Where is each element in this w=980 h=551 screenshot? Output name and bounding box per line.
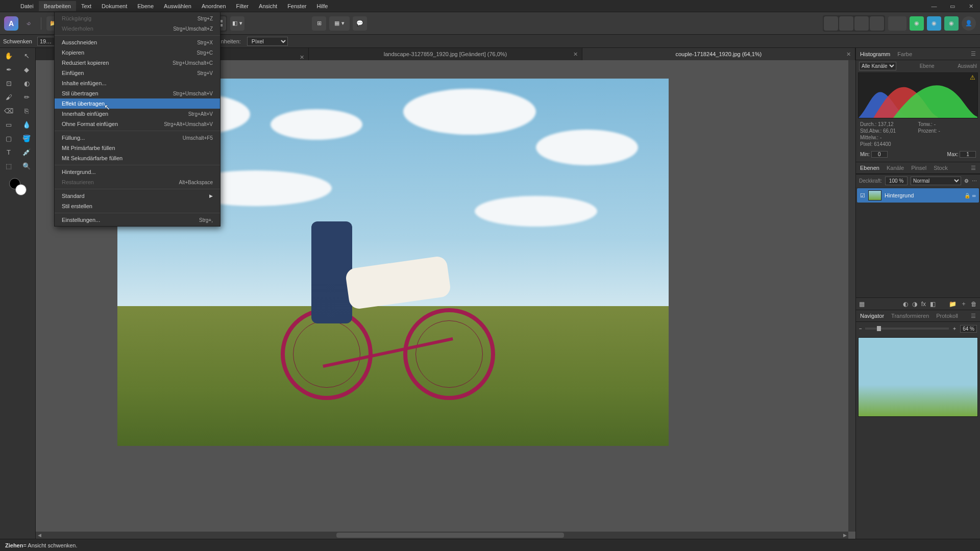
folder-icon[interactable]: 📁: [949, 300, 957, 308]
zoom-in-icon[interactable]: ＋: [952, 325, 957, 332]
close-button[interactable]: ✕: [962, 0, 980, 12]
menu-ebene[interactable]: Ebene: [132, 1, 159, 11]
text-icon[interactable]: T: [0, 145, 17, 159]
menu-item[interactable]: Effekt übertragen: [55, 98, 220, 109]
gradient-icon[interactable]: ◐: [18, 77, 35, 90]
crop-icon[interactable]: ⊡: [0, 77, 17, 90]
tab-transform[interactable]: Transformieren: [891, 313, 929, 319]
fx-icon[interactable]: fx: [921, 300, 926, 308]
visibility-icon[interactable]: ☑: [860, 192, 865, 199]
menu-item[interactable]: Stil übertragenStrg+Umschalt+V: [55, 88, 220, 98]
layer-view-icon[interactable]: ▦: [859, 300, 865, 308]
navigator-thumbnail[interactable]: [858, 337, 978, 417]
menu-anordnen[interactable]: Anordnen: [197, 1, 231, 11]
panel-menu-icon[interactable]: ☰: [971, 165, 976, 171]
menu-text[interactable]: Text: [76, 1, 96, 11]
menu-item[interactable]: KopierenStrg+C: [55, 47, 220, 58]
persona-liquify-icon[interactable]: ꩜: [21, 16, 36, 31]
tab-brushes[interactable]: Pinsel: [911, 165, 926, 171]
menu-item[interactable]: Ohne Format einfügenStrg+Alt+Umschalt+V: [55, 119, 220, 129]
tab-color[interactable]: Farbe: [897, 51, 912, 57]
pen-icon[interactable]: ✒: [0, 63, 17, 76]
tb-globe3-icon[interactable]: ◉: [944, 16, 959, 31]
menu-item[interactable]: Stil erstellen: [55, 201, 220, 211]
tb-dark3[interactable]: [854, 16, 869, 31]
opacity-input[interactable]: [885, 177, 908, 185]
tb-globe2-icon[interactable]: ◉: [927, 16, 941, 31]
warning-icon[interactable]: ⚠: [970, 74, 975, 81]
tb-dark4[interactable]: [870, 16, 884, 31]
mode-ebene[interactable]: Ebene: [920, 63, 935, 69]
tab-layers[interactable]: Ebenen: [860, 165, 879, 171]
document-tab[interactable]: landscape-3127859_1920.jpg [Geändert] (7…: [309, 48, 582, 60]
mask-icon[interactable]: ◐: [903, 300, 908, 308]
move-icon[interactable]: ↖: [18, 49, 35, 62]
tb-globe1-icon[interactable]: ◉: [910, 16, 924, 31]
units-select[interactable]: Pixel: [247, 37, 288, 46]
zoom-input[interactable]: [37, 37, 55, 46]
eraser-icon[interactable]: ⌫: [0, 104, 17, 117]
menu-item[interactable]: Einstellungen...Strg+,: [55, 215, 220, 225]
zoom-out-icon[interactable]: −: [859, 326, 862, 332]
mode-auswahl[interactable]: Auswahl: [958, 63, 977, 69]
bucket-icon[interactable]: 🪣: [18, 132, 35, 145]
layer-settings-icon[interactable]: ⚙: [964, 178, 969, 184]
shape-icon[interactable]: ▢: [0, 132, 17, 145]
lock-icon[interactable]: 🔒: [964, 193, 970, 198]
menu-item[interactable]: AusschneidenStrg+X: [55, 37, 220, 47]
panel-menu-icon[interactable]: ☰: [971, 313, 976, 319]
tb-comment-icon[interactable]: 💬: [353, 16, 367, 31]
color-swatches[interactable]: [0, 173, 35, 200]
menu-datei[interactable]: Datei: [15, 1, 39, 11]
marquee-icon[interactable]: ▭: [0, 118, 17, 131]
eyedropper-icon[interactable]: 💉: [18, 145, 35, 159]
clone-icon[interactable]: ⎘: [18, 104, 35, 117]
minimize-button[interactable]: —: [925, 0, 943, 12]
adjust-icon[interactable]: ◑: [912, 300, 917, 308]
layer-more-icon[interactable]: ⋯: [972, 178, 977, 184]
blur-icon[interactable]: 💧: [18, 118, 35, 131]
zoom-icon[interactable]: 🔍: [18, 159, 35, 172]
histo-max-input[interactable]: [960, 151, 976, 158]
tb-dark5[interactable]: [888, 16, 906, 31]
maximize-button[interactable]: ▭: [943, 0, 962, 12]
menu-item[interactable]: Hintergrund...: [55, 167, 220, 177]
menu-filter[interactable]: Filter: [231, 1, 254, 11]
menu-hilfe[interactable]: Hilfe: [311, 1, 333, 11]
tb-dark1[interactable]: [824, 16, 838, 31]
menu-ansicht[interactable]: Ansicht: [254, 1, 282, 11]
zoom-slider[interactable]: [865, 328, 949, 330]
scrollbar-horizontal[interactable]: ◀▶: [36, 532, 848, 539]
menu-item[interactable]: Standard▶: [55, 191, 220, 201]
menu-item[interactable]: Füllung...Umschalt+F5: [55, 133, 220, 143]
menu-item[interactable]: Reduziert kopierenStrg+Umschalt+C: [55, 58, 220, 68]
blend-icon[interactable]: ◧: [930, 300, 936, 308]
close-tab-icon[interactable]: ✕: [573, 51, 578, 58]
tb-grid-dropdown[interactable]: ▦ ▾: [329, 16, 350, 31]
close-tab-icon[interactable]: ✕: [846, 51, 851, 58]
menu-item[interactable]: Innerhalb einfügenStrg+Alt+V: [55, 109, 220, 119]
layer-row[interactable]: ☑ Hintergrund 🔒∞: [857, 188, 979, 203]
node-icon[interactable]: ◆: [18, 63, 35, 76]
document-tab[interactable]: couple-1718244_1920.jpg (64,1%)✕: [582, 48, 855, 60]
delete-layer-icon[interactable]: 🗑: [971, 300, 977, 308]
mesh-icon[interactable]: ⬚: [0, 159, 17, 172]
hand-icon[interactable]: ✋: [0, 49, 17, 62]
scrollbar-vertical[interactable]: [848, 60, 855, 532]
menu-bearbeiten[interactable]: Bearbeiten: [39, 1, 76, 11]
tab-navigator[interactable]: Navigator: [860, 313, 884, 319]
panel-menu-icon[interactable]: ☰: [971, 51, 976, 57]
menu-auswählen[interactable]: Auswählen: [159, 1, 197, 11]
tb-dark2[interactable]: [839, 16, 853, 31]
brush-icon[interactable]: 🖌: [0, 90, 17, 104]
account-avatar[interactable]: 👤: [962, 16, 976, 31]
blend-mode-select[interactable]: Normal: [911, 177, 961, 185]
link-icon[interactable]: ∞: [972, 193, 976, 198]
pencil-icon[interactable]: ✏: [18, 90, 35, 104]
histo-min-input[interactable]: [871, 151, 888, 158]
menu-item[interactable]: Inhalte einfügen...: [55, 78, 220, 88]
tb-transform-icon[interactable]: ⊞: [312, 16, 326, 31]
channel-select[interactable]: Alle Kanäle: [859, 62, 896, 70]
menu-fenster[interactable]: Fenster: [282, 1, 311, 11]
menu-dokument[interactable]: Dokument: [96, 1, 132, 11]
